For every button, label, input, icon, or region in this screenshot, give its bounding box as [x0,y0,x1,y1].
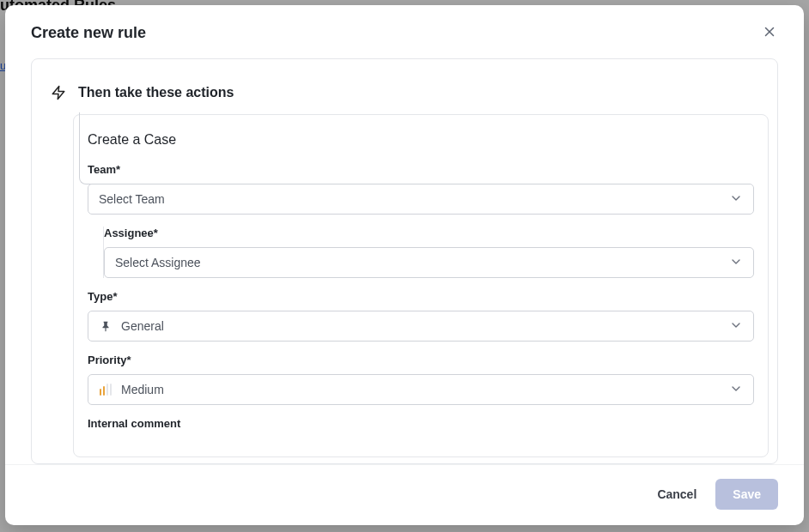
type-select-value: General [121,319,721,333]
assignee-select[interactable]: Select Assignee [104,247,754,278]
priority-field: Priority* Medium [88,354,754,405]
type-select[interactable]: General [88,311,754,342]
close-icon [762,24,777,42]
rule-card: Then take these actions Create a Case Te… [31,58,778,464]
team-label: Team* [88,163,754,176]
assignee-label: Assignee* [104,227,754,239]
team-select[interactable]: Select Team [88,184,754,215]
chevron-down-icon [729,382,743,398]
create-rule-modal: Create new rule Then take these actions … [5,5,804,525]
priority-select-value: Medium [121,383,721,396]
chevron-down-icon [729,255,743,271]
create-case-action-card: Create a Case Team* Select Team Assignee… [73,114,769,457]
actions-section-title: Then take these actions [78,85,234,100]
type-field: Type* General [88,290,754,342]
team-select-value: Select Team [99,192,721,206]
team-field: Team* Select Team [88,163,754,215]
assignee-select-value: Select Assignee [115,256,721,269]
priority-medium-icon [99,384,113,396]
type-label: Type* [88,290,754,303]
cancel-button[interactable]: Cancel [654,481,700,508]
priority-label: Priority* [88,354,754,366]
priority-select[interactable]: Medium [88,374,754,405]
chevron-down-icon [729,191,743,208]
actions-section-header: Then take these actions [32,85,777,100]
chevron-down-icon [729,318,743,335]
modal-body: Then take these actions Create a Case Te… [5,58,804,464]
pin-icon [99,320,113,332]
modal-footer: Cancel Save [5,464,804,525]
assignee-field: Assignee* Select Assignee [103,227,754,278]
modal-header: Create new rule [5,5,804,58]
internal-comment-field: Internal comment [88,417,754,430]
connector-line [79,112,80,160]
action-card-title: Create a Case [88,132,754,148]
svg-marker-2 [52,87,64,100]
modal-title: Create new rule [31,24,146,42]
internal-comment-label: Internal comment [88,417,754,430]
close-button[interactable] [757,21,782,45]
lightning-icon [51,85,66,100]
connector-elbow [79,160,100,184]
save-button[interactable]: Save [715,479,778,510]
